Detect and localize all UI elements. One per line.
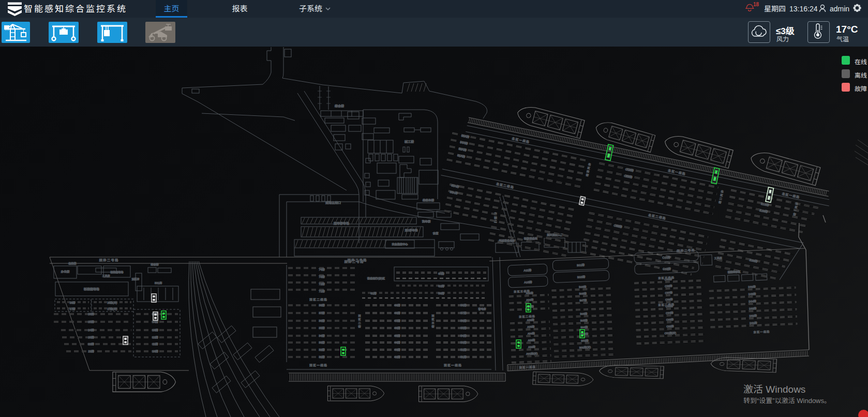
- svg-text:二: 二: [358, 321, 361, 324]
- svg-text:B06排: B06排: [580, 312, 587, 316]
- svg-text:一: 一: [794, 209, 797, 213]
- svg-text:C2B排: C2B排: [624, 174, 633, 179]
- svg-text:D01排: D01排: [750, 321, 757, 325]
- svg-text:35排: 35排: [319, 326, 325, 330]
- svg-text:D03排: D03排: [749, 307, 756, 310]
- svg-text:北: 北: [795, 202, 798, 205]
- svg-text:73排: 73排: [319, 275, 325, 278]
- svg-text:60排: 60排: [438, 272, 444, 275]
- svg-text:34排: 34排: [319, 334, 325, 337]
- svg-text:C08排: C08排: [665, 284, 672, 288]
- svg-text:B01排(冷): B01排(冷): [579, 346, 591, 349]
- svg-text:36排: 36排: [319, 319, 325, 322]
- svg-text:C06排: C06排: [665, 297, 672, 301]
- svg-text:洗车楼: 洗车楼: [422, 220, 431, 223]
- svg-text:三: 三: [431, 321, 434, 324]
- svg-text:区: 区: [795, 205, 798, 209]
- svg-text:C3B排: C3B排: [613, 224, 623, 229]
- svg-text:维机车楼: 维机车楼: [423, 199, 435, 202]
- svg-text:工具库: 工具库: [714, 256, 722, 260]
- svg-text:A08排: A08排: [526, 298, 533, 302]
- svg-text:31排: 31排: [319, 355, 325, 359]
- svg-text:区: 区: [431, 318, 434, 321]
- svg-text:D05排: D05排: [749, 292, 756, 296]
- svg-text:西: 西: [358, 314, 361, 317]
- svg-text:香电房: 香电房: [478, 307, 486, 310]
- svg-text:A02排: A02排: [528, 345, 535, 349]
- svg-text:设备运行(存)区: 设备运行(存)区: [367, 277, 385, 280]
- svg-text:42排: 42排: [394, 355, 400, 359]
- svg-text:区: 区: [358, 318, 361, 321]
- svg-text:食堂: 食堂: [432, 232, 439, 235]
- svg-text:东 区 二 线 路: 东 区 二 线 路: [658, 303, 674, 306]
- svg-text:西: 西: [431, 314, 434, 317]
- svg-text:63A排: 63A排: [450, 190, 458, 195]
- svg-text:12排: 12排: [152, 336, 158, 339]
- svg-text:油泵房: 油泵房: [132, 277, 140, 281]
- svg-text:区: 区: [587, 166, 590, 170]
- svg-text:61排: 61排: [370, 292, 377, 295]
- svg-text:46排: 46排: [394, 326, 400, 330]
- svg-text:23排: 23排: [88, 336, 94, 339]
- svg-text:C03排: C03排: [666, 318, 674, 321]
- svg-text:54排: 54排: [460, 334, 467, 337]
- svg-text:B08排: B08排: [579, 292, 587, 295]
- svg-text:联: 联: [494, 216, 497, 219]
- svg-text:27排: 27排: [70, 307, 76, 310]
- svg-text:65A排: 65A排: [458, 147, 467, 152]
- svg-text:C07排: C07排: [665, 291, 672, 294]
- svg-text:33排: 33排: [319, 341, 325, 344]
- svg-text:C10排: C10排: [663, 267, 671, 271]
- svg-text:62A排: 62A排: [451, 184, 460, 188]
- svg-text:72排: 72排: [319, 282, 325, 286]
- svg-text:74排: 74排: [319, 268, 325, 271]
- svg-text:301库: 301库: [155, 281, 162, 285]
- svg-text:工具房: 工具房: [102, 274, 110, 277]
- svg-text:A10排: A10排: [524, 280, 532, 284]
- svg-text:26排: 26排: [88, 312, 94, 316]
- svg-text:北: 北: [588, 162, 591, 166]
- svg-text:28排: 28排: [70, 301, 76, 304]
- svg-text:11排: 11排: [152, 342, 158, 346]
- svg-text:48排: 48排: [394, 311, 400, 315]
- svg-text:办公楼: 办公楼: [61, 270, 70, 273]
- svg-text:C02排: C02排: [666, 324, 674, 328]
- svg-text:A01排(冷): A01排(冷): [526, 352, 538, 355]
- svg-text:械工楼: 械工楼: [405, 140, 414, 143]
- svg-text:57排: 57排: [460, 311, 467, 315]
- svg-text:D04排: D04排: [749, 300, 756, 303]
- svg-text:62排: 62排: [438, 285, 444, 288]
- svg-text:58排: 58排: [460, 304, 467, 307]
- svg-text:拖车停车场: 拖车停车场: [334, 221, 349, 225]
- svg-text:顺 岸 二 号 路: 顺 岸 二 号 路: [677, 249, 695, 252]
- svg-text:64A排: 64A排: [460, 141, 469, 145]
- svg-text:东 区 一 线 路: 东 区 一 线 路: [754, 330, 770, 334]
- svg-text:B07排: B07排: [579, 299, 587, 302]
- svg-text:C1B排: C1B排: [625, 168, 634, 172]
- svg-text:街: 街: [586, 173, 589, 177]
- svg-text:西 区 二 线 路: 西 区 二 线 路: [309, 298, 327, 301]
- svg-text:B05排: B05排: [580, 319, 588, 322]
- svg-text:61A排: 61A排: [457, 154, 466, 158]
- svg-text:63A排: 63A排: [461, 134, 470, 139]
- svg-text:37排: 37排: [319, 311, 325, 315]
- svg-text:A05排: A05排: [527, 325, 534, 329]
- svg-text:A11排: A11排: [523, 269, 532, 272]
- svg-text:D06排: D06排: [748, 285, 755, 289]
- svg-text:B02排: B02排: [581, 339, 588, 342]
- svg-text:38排: 38排: [319, 304, 325, 307]
- svg-text:综合楼: 综合楼: [151, 263, 158, 266]
- svg-text:E3B排: E3B排: [749, 258, 758, 263]
- svg-text:翻箱维修区: 翻箱维修区: [728, 270, 741, 274]
- svg-text:综合楼: 综合楼: [335, 104, 344, 108]
- svg-text:西 区 一 线 路: 西 区 一 线 路: [444, 364, 461, 367]
- svg-text:第2停车场: 第2停车场: [405, 229, 418, 232]
- svg-text:东 区 二 线 路: 东 区 二 线 路: [519, 315, 535, 318]
- svg-text:32排: 32排: [319, 348, 325, 351]
- svg-text:51排: 51排: [460, 355, 467, 359]
- svg-text:C01排(冷): C01排(冷): [665, 331, 677, 335]
- svg-text:新航设备间: 新航设备间: [524, 237, 537, 240]
- svg-text:街: 街: [793, 213, 796, 216]
- svg-text:56排: 56排: [460, 319, 467, 322]
- svg-text:A03排: A03排: [528, 338, 535, 342]
